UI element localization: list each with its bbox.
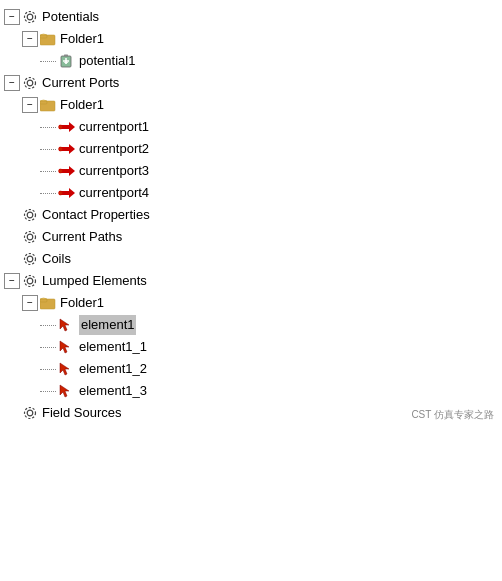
- label-element1: element1: [79, 315, 136, 335]
- gear-icon-contact-properties: [21, 206, 39, 224]
- indent2-potential1: [22, 51, 40, 71]
- gear-icon-current-ports: [21, 74, 39, 92]
- svg-point-29: [27, 256, 33, 262]
- tree: − Potentials − Folder1 + potential1− Cur…: [0, 0, 502, 430]
- expand-btn-folder1-cp[interactable]: −: [22, 97, 38, 113]
- svg-rect-34: [40, 299, 47, 302]
- indent2-element1_1: [22, 337, 40, 357]
- indent1-currentport3: [4, 161, 22, 181]
- lumped-icon-element1_1: [58, 338, 76, 356]
- battery-icon-potential1: +: [58, 52, 76, 70]
- indent1-currentport4: [4, 183, 22, 203]
- indent2-element1_3: [22, 381, 40, 401]
- gear-icon-lumped-elements: [21, 272, 39, 290]
- tree-item-contact-properties[interactable]: Contact Properties: [4, 204, 498, 226]
- svg-point-15: [59, 125, 63, 129]
- svg-point-0: [27, 14, 33, 20]
- lumped-icon-element1: [58, 316, 76, 334]
- tree-item-element1_1[interactable]: element1_1: [4, 336, 498, 358]
- label-lumped-elements: Lumped Elements: [42, 271, 147, 291]
- indent2-element1: [22, 315, 40, 335]
- connector-element1_2: [40, 369, 56, 370]
- label-contact-properties: Contact Properties: [42, 205, 150, 225]
- currentport-icon-currentport3: [58, 162, 76, 180]
- indent1-element1: [4, 315, 22, 335]
- no-expand-contact-properties: [4, 207, 20, 223]
- expand-btn-folder1-pot[interactable]: −: [22, 31, 38, 47]
- watermark: CST 仿真专家之路: [411, 408, 494, 422]
- tree-item-folder1-le[interactable]: − Folder1: [4, 292, 498, 314]
- tree-item-element1_3[interactable]: element1_3: [4, 380, 498, 402]
- connector-element1_3: [40, 391, 56, 392]
- connector-currentport3: [40, 171, 56, 172]
- indent1-element1_1: [4, 337, 22, 357]
- svg-point-31: [27, 278, 33, 284]
- tree-item-current-ports[interactable]: − Current Ports: [4, 72, 498, 94]
- tree-item-potentials[interactable]: − Potentials: [4, 6, 498, 28]
- tree-item-lumped-elements[interactable]: − Lumped Elements: [4, 270, 498, 292]
- tree-item-currentport3[interactable]: currentport3: [4, 160, 498, 182]
- folder-icon-folder1-pot: [39, 30, 57, 48]
- folder-icon-folder1-le: [39, 294, 57, 312]
- indent2-currentport4: [22, 183, 40, 203]
- svg-point-40: [25, 408, 36, 419]
- svg-marker-36: [60, 341, 69, 353]
- folder-icon-folder1-cp: [39, 96, 57, 114]
- connector-element1: [40, 325, 56, 326]
- svg-rect-5: [64, 55, 68, 57]
- svg-point-21: [59, 169, 63, 173]
- currentport-icon-currentport4: [58, 184, 76, 202]
- tree-item-currentport2[interactable]: currentport2: [4, 138, 498, 160]
- expand-btn-current-ports[interactable]: −: [4, 75, 20, 91]
- label-currentport4: currentport4: [79, 183, 149, 203]
- gear-icon-current-paths: [21, 228, 39, 246]
- indent2-currentport1: [22, 117, 40, 137]
- label-folder1-pot: Folder1: [60, 29, 104, 49]
- label-element1_2: element1_2: [79, 359, 147, 379]
- connector-potential1: [40, 61, 56, 62]
- tree-item-current-paths[interactable]: Current Paths: [4, 226, 498, 248]
- svg-point-32: [25, 276, 36, 287]
- tree-item-coils[interactable]: Coils: [4, 248, 498, 270]
- label-element1_3: element1_3: [79, 381, 147, 401]
- svg-marker-17: [69, 144, 75, 154]
- label-element1_1: element1_1: [79, 337, 147, 357]
- svg-marker-38: [60, 385, 69, 397]
- indent1-folder1-cp: [4, 95, 22, 115]
- label-folder1-le: Folder1: [60, 293, 104, 313]
- tree-item-currentport1[interactable]: currentport1: [4, 116, 498, 138]
- no-expand-coils: [4, 251, 20, 267]
- svg-marker-35: [60, 319, 69, 331]
- svg-point-26: [25, 210, 36, 221]
- label-potentials: Potentials: [42, 7, 99, 27]
- connector-currentport1: [40, 127, 56, 128]
- expand-btn-folder1-le[interactable]: −: [22, 295, 38, 311]
- expand-btn-lumped-elements[interactable]: −: [4, 273, 20, 289]
- tree-item-folder1-cp[interactable]: − Folder1: [4, 94, 498, 116]
- tree-item-element1[interactable]: element1: [4, 314, 498, 336]
- tree-container: − Potentials − Folder1 + potential1− Cur…: [0, 0, 502, 430]
- svg-marker-37: [60, 363, 69, 375]
- label-coils: Coils: [42, 249, 71, 269]
- indent2-currentport2: [22, 139, 40, 159]
- svg-point-1: [25, 12, 36, 23]
- indent1-folder1-pot: [4, 29, 22, 49]
- indent1-element1_2: [4, 359, 22, 379]
- tree-item-potential1[interactable]: + potential1: [4, 50, 498, 72]
- label-currentport2: currentport2: [79, 139, 149, 159]
- lumped-icon-element1_3: [58, 382, 76, 400]
- svg-point-24: [59, 191, 63, 195]
- label-potential1: potential1: [79, 51, 135, 71]
- tree-item-folder1-pot[interactable]: − Folder1: [4, 28, 498, 50]
- connector-currentport4: [40, 193, 56, 194]
- lumped-icon-element1_2: [58, 360, 76, 378]
- indent2-element1_2: [22, 359, 40, 379]
- connector-element1_1: [40, 347, 56, 348]
- svg-point-18: [59, 147, 63, 151]
- svg-marker-20: [69, 166, 75, 176]
- currentport-icon-currentport1: [58, 118, 76, 136]
- expand-btn-potentials[interactable]: −: [4, 9, 20, 25]
- tree-item-currentport4[interactable]: currentport4: [4, 182, 498, 204]
- indent1-folder1-le: [4, 293, 22, 313]
- tree-item-element1_2[interactable]: element1_2: [4, 358, 498, 380]
